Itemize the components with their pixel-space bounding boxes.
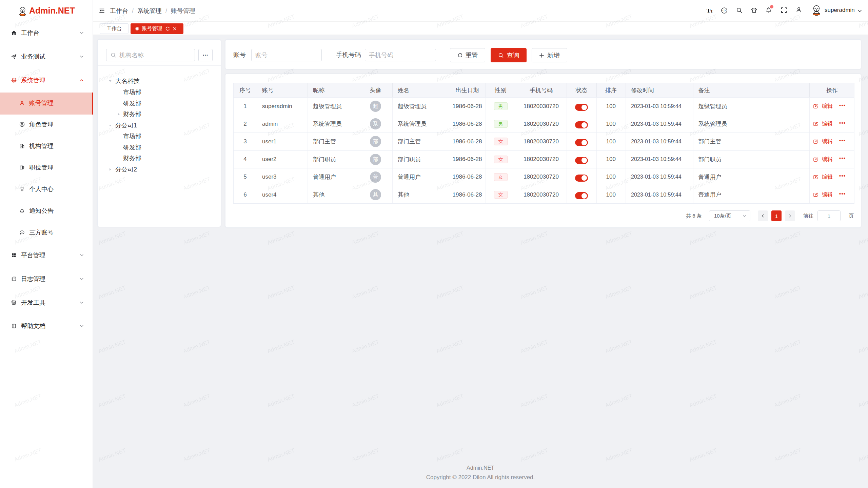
svg-text:T: T: [710, 9, 713, 14]
svg-text:中: 中: [723, 9, 726, 13]
